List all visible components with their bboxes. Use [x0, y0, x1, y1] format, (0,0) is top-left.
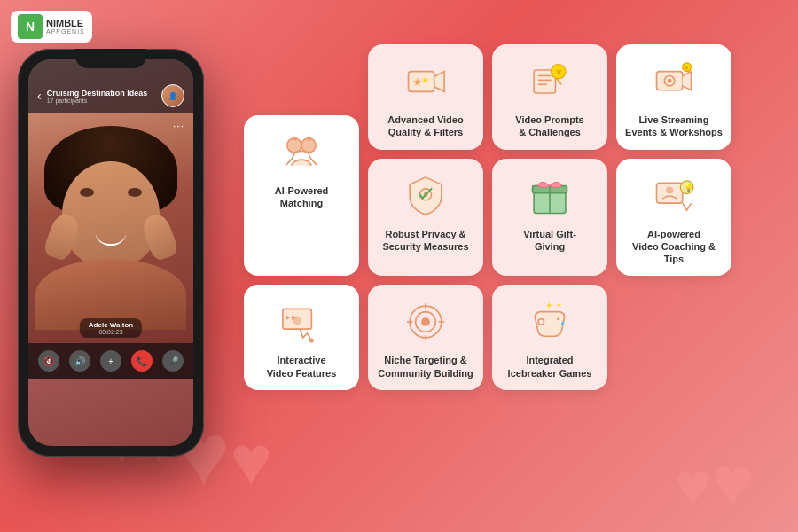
ai-coaching-icon: 💡	[649, 171, 699, 221]
card-virtual-gift: Virtual Gift-Giving	[492, 159, 607, 277]
virtual-gift-icon	[525, 171, 575, 221]
svg-text:★: ★	[684, 64, 689, 72]
mic-button[interactable]: 🎤	[162, 350, 184, 372]
logo-nimble: NIMBLE	[46, 18, 85, 28]
ai-matching-label: AI-PoweredMatching	[275, 184, 329, 210]
icebreaker-icon: ✦ ✦	[525, 297, 575, 347]
adv-video-label: Advanced VideoQuality & Filters	[387, 113, 463, 139]
phone-back-button[interactable]: ‹	[37, 89, 42, 103]
phone-avatar: 👤	[161, 84, 184, 107]
phone-notch	[75, 49, 146, 68]
svg-point-31	[557, 318, 559, 321]
virtual-gift-label: Virtual Gift-Giving	[523, 228, 576, 254]
video-prompts-label: Video Prompts& Challenges	[515, 113, 583, 139]
robust-privacy-label: Robust Privacy &Security Measures	[382, 228, 468, 254]
phone-person-name: Adele Walton	[89, 321, 133, 329]
live-stream-icon: ★	[649, 57, 699, 106]
svg-text:★: ★	[306, 135, 312, 143]
svg-text:★: ★	[421, 75, 429, 85]
card-live-stream: ★ Live StreamingEvents & Workshops	[616, 44, 732, 150]
phone-call-timer: 00:02:23	[89, 329, 133, 335]
phone-controls: 🔇 🔊 + 📞 🎤	[28, 343, 193, 379]
svg-point-20	[309, 339, 314, 343]
logo[interactable]: N NIMBLE APPGENIS	[11, 11, 92, 43]
adv-video-icon: ★ ★	[401, 57, 450, 106]
svg-text:★: ★	[292, 135, 298, 143]
phone-chat-title: Cruising Destination Ideas	[47, 89, 156, 98]
logo-icon: N	[18, 14, 43, 39]
card-adv-video: ★ ★ Advanced VideoQuality & Filters	[368, 44, 483, 150]
feature-cards-grid: ★ ★ AI-PoweredMatching ★ ★ Advanced Vide…	[244, 44, 758, 399]
phone-name-badge: Adele Walton 00:02:23	[80, 318, 142, 338]
phone-mockup: ‹ Cruising Destination Ideas 17 particip…	[18, 49, 213, 474]
end-call-button[interactable]: 📞	[131, 350, 153, 372]
interactive-video-label: InteractiveVideo Features	[267, 354, 337, 379]
ai-matching-icon: ★ ★	[277, 128, 326, 177]
niche-targeting-label: Niche Targeting &Community Building	[378, 354, 473, 379]
speaker-button[interactable]: 🔊	[69, 350, 90, 372]
niche-targeting-icon	[401, 297, 450, 347]
svg-text:💡: 💡	[684, 182, 694, 192]
phone-screen: ‹ Cruising Destination Ideas 17 particip…	[28, 59, 193, 446]
svg-point-19	[293, 317, 301, 325]
phone-participants: 17 participants	[47, 98, 156, 104]
add-participant-button[interactable]: +	[100, 350, 121, 372]
phone-person	[28, 113, 193, 343]
card-interactive-video: ▶ ▶ InteractiveVideo Features	[244, 285, 359, 390]
mute-button[interactable]: 🔇	[38, 350, 59, 372]
svg-point-32	[561, 322, 564, 325]
phone-title-block: Cruising Destination Ideas 17 participan…	[47, 89, 156, 104]
interactive-video-icon: ▶ ▶	[277, 297, 326, 347]
card-video-prompts: ★ Video Prompts& Challenges	[492, 44, 607, 150]
logo-appgenis: APPGENIS	[46, 28, 85, 35]
ai-coaching-label: AI-poweredVideo Coaching & Tips	[625, 228, 723, 266]
svg-point-37	[668, 79, 672, 83]
card-ai-matching: ★ ★ AI-PoweredMatching	[244, 115, 359, 276]
svg-text:✦: ✦	[556, 301, 562, 309]
icebreaker-label: IntegratedIcebreaker Games	[508, 354, 592, 379]
card-robust-privacy: Robust Privacy &Security Measures	[368, 159, 483, 277]
card-ai-coaching: 💡 AI-poweredVideo Coaching & Tips	[616, 159, 732, 277]
phone-body: ‹ Cruising Destination Ideas 17 particip…	[18, 49, 204, 457]
svg-point-41	[666, 186, 673, 193]
svg-text:✦: ✦	[545, 301, 552, 311]
live-stream-label: Live StreamingEvents & Workshops	[625, 113, 723, 139]
card-niche-targeting: Niche Targeting &Community Building	[368, 285, 483, 390]
video-prompts-icon: ★	[525, 57, 575, 106]
phone-video-area: ···	[28, 113, 193, 343]
svg-text:★: ★	[555, 66, 563, 76]
logo-text: NIMBLE APPGENIS	[46, 18, 85, 35]
card-icebreaker: ✦ ✦ IntegratedIcebreaker Games	[492, 285, 607, 390]
svg-marker-5	[434, 72, 444, 92]
robust-privacy-icon	[401, 171, 450, 221]
svg-point-12	[421, 318, 430, 327]
